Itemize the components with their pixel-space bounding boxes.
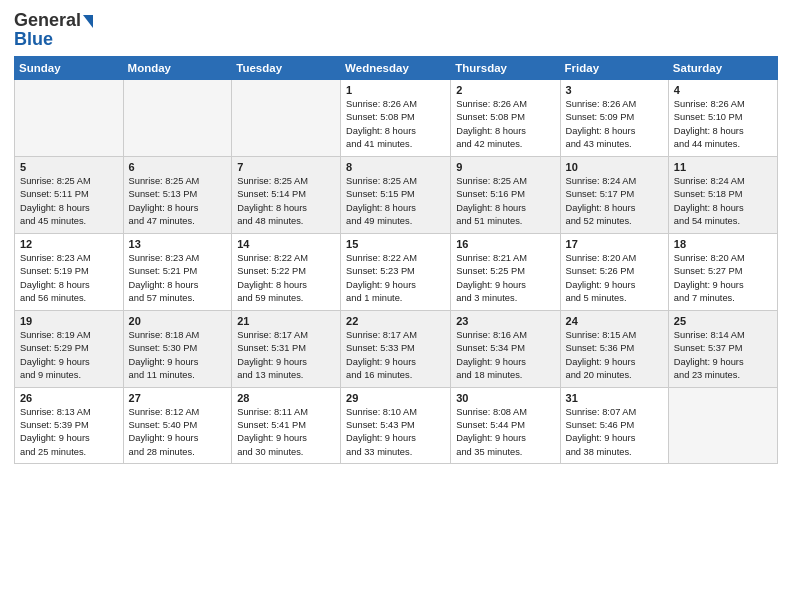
calendar-cell: 30Sunrise: 8:08 AM Sunset: 5:44 PM Dayli… (451, 387, 560, 464)
calendar-cell: 14Sunrise: 8:22 AM Sunset: 5:22 PM Dayli… (232, 233, 341, 310)
calendar-cell: 25Sunrise: 8:14 AM Sunset: 5:37 PM Dayli… (668, 310, 777, 387)
day-number: 19 (20, 315, 118, 327)
day-info: Sunrise: 8:25 AM Sunset: 5:14 PM Dayligh… (237, 175, 335, 229)
calendar-cell: 8Sunrise: 8:25 AM Sunset: 5:15 PM Daylig… (341, 156, 451, 233)
day-info: Sunrise: 8:17 AM Sunset: 5:31 PM Dayligh… (237, 329, 335, 383)
day-info: Sunrise: 8:26 AM Sunset: 5:08 PM Dayligh… (346, 98, 445, 152)
logo-blue-text: Blue (14, 29, 53, 50)
day-number: 29 (346, 392, 445, 404)
day-number: 12 (20, 238, 118, 250)
calendar: SundayMondayTuesdayWednesdayThursdayFrid… (14, 56, 778, 464)
calendar-cell: 23Sunrise: 8:16 AM Sunset: 5:34 PM Dayli… (451, 310, 560, 387)
day-number: 7 (237, 161, 335, 173)
day-info: Sunrise: 8:20 AM Sunset: 5:27 PM Dayligh… (674, 252, 772, 306)
day-info: Sunrise: 8:22 AM Sunset: 5:23 PM Dayligh… (346, 252, 445, 306)
day-number: 3 (566, 84, 663, 96)
calendar-cell: 3Sunrise: 8:26 AM Sunset: 5:09 PM Daylig… (560, 80, 668, 157)
calendar-cell: 13Sunrise: 8:23 AM Sunset: 5:21 PM Dayli… (123, 233, 232, 310)
day-info: Sunrise: 8:22 AM Sunset: 5:22 PM Dayligh… (237, 252, 335, 306)
weekday-friday: Friday (560, 57, 668, 80)
day-info: Sunrise: 8:14 AM Sunset: 5:37 PM Dayligh… (674, 329, 772, 383)
header: General Blue (14, 10, 778, 50)
calendar-cell: 2Sunrise: 8:26 AM Sunset: 5:08 PM Daylig… (451, 80, 560, 157)
day-number: 20 (129, 315, 227, 327)
weekday-saturday: Saturday (668, 57, 777, 80)
calendar-cell: 15Sunrise: 8:22 AM Sunset: 5:23 PM Dayli… (341, 233, 451, 310)
day-number: 27 (129, 392, 227, 404)
day-info: Sunrise: 8:26 AM Sunset: 5:10 PM Dayligh… (674, 98, 772, 152)
day-info: Sunrise: 8:13 AM Sunset: 5:39 PM Dayligh… (20, 406, 118, 460)
weekday-header-row: SundayMondayTuesdayWednesdayThursdayFrid… (15, 57, 778, 80)
weekday-wednesday: Wednesday (341, 57, 451, 80)
day-number: 22 (346, 315, 445, 327)
day-info: Sunrise: 8:08 AM Sunset: 5:44 PM Dayligh… (456, 406, 554, 460)
day-info: Sunrise: 8:23 AM Sunset: 5:21 PM Dayligh… (129, 252, 227, 306)
day-number: 15 (346, 238, 445, 250)
day-info: Sunrise: 8:26 AM Sunset: 5:08 PM Dayligh… (456, 98, 554, 152)
calendar-cell: 26Sunrise: 8:13 AM Sunset: 5:39 PM Dayli… (15, 387, 124, 464)
day-number: 4 (674, 84, 772, 96)
day-info: Sunrise: 8:11 AM Sunset: 5:41 PM Dayligh… (237, 406, 335, 460)
calendar-cell: 1Sunrise: 8:26 AM Sunset: 5:08 PM Daylig… (341, 80, 451, 157)
calendar-cell: 9Sunrise: 8:25 AM Sunset: 5:16 PM Daylig… (451, 156, 560, 233)
logo: General Blue (14, 10, 93, 50)
day-number: 11 (674, 161, 772, 173)
calendar-cell: 22Sunrise: 8:17 AM Sunset: 5:33 PM Dayli… (341, 310, 451, 387)
day-number: 16 (456, 238, 554, 250)
logo-general-text: General (14, 10, 81, 31)
day-number: 26 (20, 392, 118, 404)
day-number: 9 (456, 161, 554, 173)
day-info: Sunrise: 8:19 AM Sunset: 5:29 PM Dayligh… (20, 329, 118, 383)
calendar-cell: 28Sunrise: 8:11 AM Sunset: 5:41 PM Dayli… (232, 387, 341, 464)
weekday-thursday: Thursday (451, 57, 560, 80)
calendar-cell: 31Sunrise: 8:07 AM Sunset: 5:46 PM Dayli… (560, 387, 668, 464)
day-info: Sunrise: 8:21 AM Sunset: 5:25 PM Dayligh… (456, 252, 554, 306)
day-info: Sunrise: 8:15 AM Sunset: 5:36 PM Dayligh… (566, 329, 663, 383)
calendar-cell: 19Sunrise: 8:19 AM Sunset: 5:29 PM Dayli… (15, 310, 124, 387)
day-info: Sunrise: 8:16 AM Sunset: 5:34 PM Dayligh… (456, 329, 554, 383)
calendar-cell (15, 80, 124, 157)
calendar-cell: 12Sunrise: 8:23 AM Sunset: 5:19 PM Dayli… (15, 233, 124, 310)
calendar-cell: 10Sunrise: 8:24 AM Sunset: 5:17 PM Dayli… (560, 156, 668, 233)
day-info: Sunrise: 8:26 AM Sunset: 5:09 PM Dayligh… (566, 98, 663, 152)
calendar-cell (123, 80, 232, 157)
calendar-cell: 24Sunrise: 8:15 AM Sunset: 5:36 PM Dayli… (560, 310, 668, 387)
day-number: 24 (566, 315, 663, 327)
day-info: Sunrise: 8:23 AM Sunset: 5:19 PM Dayligh… (20, 252, 118, 306)
page: General Blue SundayMondayTuesdayWednesda… (0, 0, 792, 612)
day-info: Sunrise: 8:18 AM Sunset: 5:30 PM Dayligh… (129, 329, 227, 383)
calendar-cell: 7Sunrise: 8:25 AM Sunset: 5:14 PM Daylig… (232, 156, 341, 233)
weekday-tuesday: Tuesday (232, 57, 341, 80)
day-number: 14 (237, 238, 335, 250)
week-row-3: 12Sunrise: 8:23 AM Sunset: 5:19 PM Dayli… (15, 233, 778, 310)
day-number: 21 (237, 315, 335, 327)
day-info: Sunrise: 8:24 AM Sunset: 5:18 PM Dayligh… (674, 175, 772, 229)
day-info: Sunrise: 8:17 AM Sunset: 5:33 PM Dayligh… (346, 329, 445, 383)
week-row-4: 19Sunrise: 8:19 AM Sunset: 5:29 PM Dayli… (15, 310, 778, 387)
day-info: Sunrise: 8:25 AM Sunset: 5:15 PM Dayligh… (346, 175, 445, 229)
day-info: Sunrise: 8:20 AM Sunset: 5:26 PM Dayligh… (566, 252, 663, 306)
day-number: 18 (674, 238, 772, 250)
day-number: 30 (456, 392, 554, 404)
day-number: 5 (20, 161, 118, 173)
day-number: 28 (237, 392, 335, 404)
calendar-cell: 29Sunrise: 8:10 AM Sunset: 5:43 PM Dayli… (341, 387, 451, 464)
day-info: Sunrise: 8:10 AM Sunset: 5:43 PM Dayligh… (346, 406, 445, 460)
day-number: 8 (346, 161, 445, 173)
calendar-cell: 21Sunrise: 8:17 AM Sunset: 5:31 PM Dayli… (232, 310, 341, 387)
day-number: 6 (129, 161, 227, 173)
calendar-cell: 4Sunrise: 8:26 AM Sunset: 5:10 PM Daylig… (668, 80, 777, 157)
calendar-cell: 18Sunrise: 8:20 AM Sunset: 5:27 PM Dayli… (668, 233, 777, 310)
day-number: 17 (566, 238, 663, 250)
day-number: 10 (566, 161, 663, 173)
weekday-sunday: Sunday (15, 57, 124, 80)
day-number: 25 (674, 315, 772, 327)
day-info: Sunrise: 8:24 AM Sunset: 5:17 PM Dayligh… (566, 175, 663, 229)
calendar-cell: 27Sunrise: 8:12 AM Sunset: 5:40 PM Dayli… (123, 387, 232, 464)
day-info: Sunrise: 8:25 AM Sunset: 5:13 PM Dayligh… (129, 175, 227, 229)
calendar-cell: 16Sunrise: 8:21 AM Sunset: 5:25 PM Dayli… (451, 233, 560, 310)
calendar-cell (232, 80, 341, 157)
week-row-1: 1Sunrise: 8:26 AM Sunset: 5:08 PM Daylig… (15, 80, 778, 157)
calendar-cell (668, 387, 777, 464)
day-info: Sunrise: 8:25 AM Sunset: 5:11 PM Dayligh… (20, 175, 118, 229)
